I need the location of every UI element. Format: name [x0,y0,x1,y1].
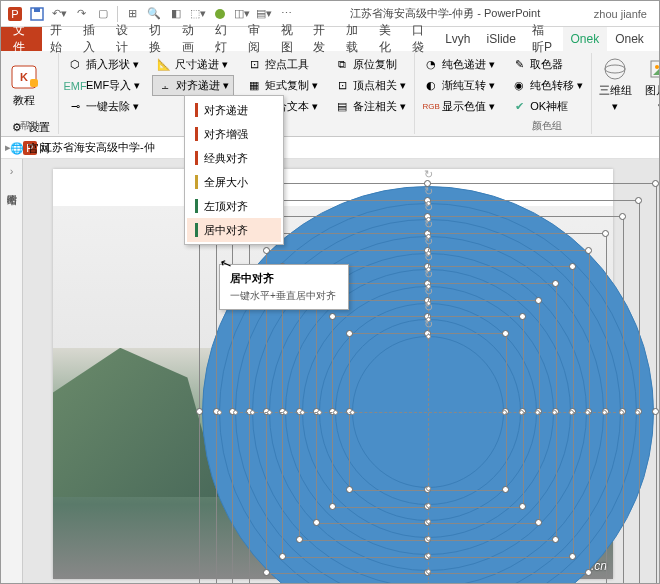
tab-three[interactable]: Three [652,27,659,51]
tab-transition[interactable]: 切换 [141,27,174,51]
resize-handle[interactable] [569,553,576,560]
redo-icon[interactable]: ↷ [71,4,91,24]
handle-tool-button[interactable]: ⊡控点工具 [242,54,322,75]
rotate-handle[interactable]: ↻ [422,201,434,215]
menu-classic-align[interactable]: 经典对齐 [187,146,281,170]
resize-handle[interactable] [263,247,270,254]
chevron-icon[interactable]: › [10,165,14,177]
tab-design[interactable]: 设计 [108,27,141,51]
remove-button[interactable]: ⊸一键去除 ▾ [63,96,144,117]
color-bar [195,127,198,141]
resize-handle[interactable] [346,486,353,493]
ok-frame-button[interactable]: ✔OK神框 [507,96,587,117]
anchor-dot [300,410,305,415]
qat-icon[interactable]: 🔍 [144,4,164,24]
tutorial-button[interactable]: K教程 [5,54,43,116]
qat-icon[interactable]: ⊞ [122,4,142,24]
color-bar [195,175,198,189]
resize-handle[interactable] [602,230,609,237]
slide-canvas[interactable]: ↻↻↻↻↻↻↻↻↻↻ www.cfan.com.cn [23,159,659,584]
resize-handle[interactable] [329,313,336,320]
resize-handle[interactable] [652,408,659,415]
rotate-handle[interactable]: ↻ [422,301,434,315]
resize-handle[interactable] [552,536,559,543]
grid-icon: ▦ [246,78,262,94]
resize-handle[interactable] [263,569,270,576]
tab-foxit[interactable]: 福昕P [524,27,563,51]
tab-addin[interactable]: 加载 [338,27,371,51]
rotate-handle[interactable]: ↻ [422,185,434,199]
tab-pocket[interactable]: 口袋 [404,27,437,51]
rotate-handle[interactable]: ↻ [422,168,434,182]
resize-handle[interactable] [313,519,320,526]
tab-beautify[interactable]: 美化 [371,27,404,51]
menu-fullscreen[interactable]: 全屏大小 [187,170,281,194]
color-transfer-button[interactable]: ◉纯色转移 ▾ [507,75,587,96]
tab-view[interactable]: 视图 [273,27,306,51]
tab-islide[interactable]: iSlide [479,27,524,51]
resize-handle[interactable] [329,503,336,510]
3d-group-button[interactable]: 三维组▾ [596,54,634,116]
tab-dev[interactable]: 开发 [305,27,338,51]
resize-handle[interactable] [196,408,203,415]
menu-topleft-align[interactable]: 左顶对齐 [187,194,281,218]
resize-handle[interactable] [569,263,576,270]
qat-icon[interactable]: ▤▾ [254,4,274,24]
qat-more-icon[interactable]: ⋯ [276,4,296,24]
solid-step-button[interactable]: ◔纯色递进 ▾ [419,54,499,75]
resize-handle[interactable] [346,330,353,337]
qat-icon[interactable]: ⬚▾ [188,4,208,24]
rotate-handle[interactable]: ↻ [422,251,434,265]
rotate-handle[interactable]: ↻ [422,218,434,232]
resize-handle[interactable] [502,330,509,337]
tab-slideshow[interactable]: 幻灯 [207,27,240,51]
undo-icon[interactable]: ↶▾ [49,4,69,24]
tab-home[interactable]: 开始 [42,27,75,51]
image-group-button[interactable]: 图片组▾ [642,54,660,116]
from-start-icon[interactable]: ▢ [93,4,113,24]
tab-anim[interactable]: 动画 [174,27,207,51]
resize-handle[interactable] [635,197,642,204]
qat-icon[interactable] [210,4,230,24]
resize-handle[interactable] [502,486,509,493]
save-icon[interactable] [27,4,47,24]
menu-align-step[interactable]: 对齐递进 [187,98,281,122]
resize-handle[interactable] [296,536,303,543]
resize-handle[interactable] [652,180,659,187]
inplace-copy2-button[interactable]: ⧉原位复制 [330,54,410,75]
color-bar [195,223,198,237]
rotate-handle[interactable]: ↻ [422,268,434,282]
resize-handle[interactable] [279,553,286,560]
resize-handle[interactable] [519,313,526,320]
resize-handle[interactable] [619,213,626,220]
rotate-handle[interactable]: ↻ [422,235,434,249]
matrix-copy-button[interactable]: ▦矩式复制 ▾ [242,75,322,96]
tab-onek[interactable]: Onek [563,27,608,51]
eyedropper-button[interactable]: ✎取色器 [507,54,587,75]
qat-icon[interactable]: ◧ [166,4,186,24]
tab-onek2[interactable]: Onek [607,27,652,51]
tab-insert[interactable]: 插入 [75,27,108,51]
align-dropdown-menu: 对齐递进 对齐增强 经典对齐 全屏大小 左顶对齐 居中对齐 [184,95,284,245]
rotate-handle[interactable]: ↻ [422,318,434,332]
menu-align-enhance[interactable]: 对齐增强 [187,122,281,146]
notes-button[interactable]: ▤备注相关 ▾ [330,96,410,117]
insert-shape-button[interactable]: ⬡插入形状 ▾ [63,54,144,75]
qat-icon[interactable]: ◫▾ [232,4,252,24]
size-step-button[interactable]: 📐尺寸递进 ▾ [152,54,234,75]
show-color-button[interactable]: RGB显示色值 ▾ [419,96,499,117]
align-step-button[interactable]: ⫠对齐递进 ▾ [152,75,234,96]
website-button[interactable]: 🌐官网 [5,138,54,159]
vertex-button[interactable]: ⊡顶点相关 ▾ [330,75,410,96]
tab-review[interactable]: 审阅 [240,27,273,51]
resize-handle[interactable] [552,280,559,287]
emf-import-button[interactable]: EMFEMF导入 ▾ [63,75,144,96]
gradient-button[interactable]: ◐渐纯互转 ▾ [419,75,499,96]
tab-lvyh[interactable]: Lvyh [437,27,478,51]
resize-handle[interactable] [519,503,526,510]
rotate-handle[interactable]: ↻ [422,285,434,299]
menu-center-align[interactable]: 居中对齐 [187,218,281,242]
tab-file[interactable]: 文件 [1,27,42,51]
resize-handle[interactable] [535,297,542,304]
resize-handle[interactable] [585,247,592,254]
